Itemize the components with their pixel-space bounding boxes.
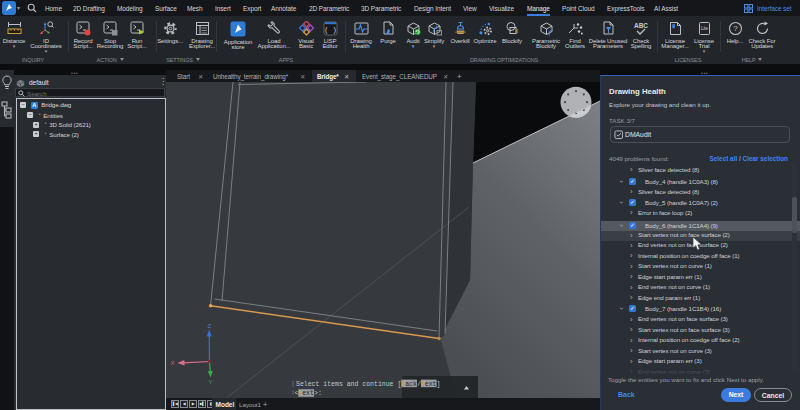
svg-text:>:: >: <box>314 390 322 397</box>
svg-text:Z: Z <box>208 323 212 329</box>
svg-text:ext: ext <box>302 390 314 397</box>
svg-text:]: ] <box>437 381 441 388</box>
svg-text:ack: ack <box>405 381 417 388</box>
svg-text:ext: ext <box>425 381 437 388</box>
svg-text:Select items and continue [: Select items and continue [ <box>296 381 401 388</box>
svg-text:X: X <box>171 360 175 366</box>
svg-text:Y: Y <box>209 379 213 385</box>
